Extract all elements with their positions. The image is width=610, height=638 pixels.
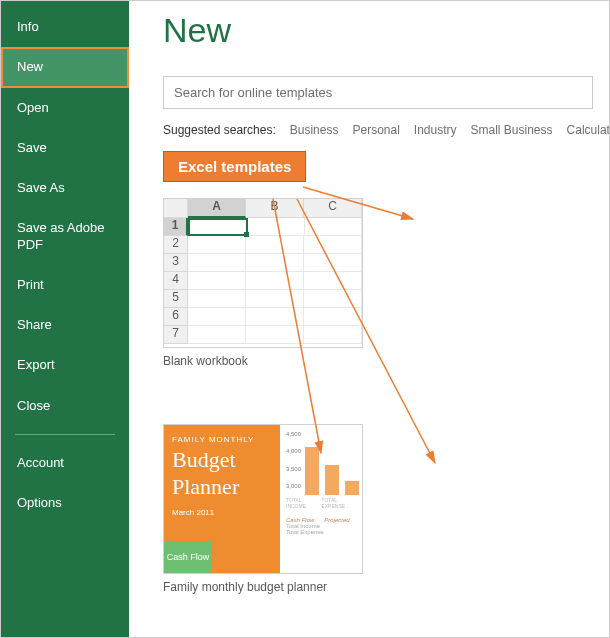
budget-tr-1: Total Expense [286, 529, 324, 535]
annotation-badge: Excel templates [163, 151, 306, 182]
template-blank-workbook[interactable]: A B C 1 2 3 4 5 6 7 Blank workbook [163, 198, 363, 368]
row-header-2: 2 [164, 236, 188, 254]
suggested-business[interactable]: Business [290, 123, 339, 137]
sidebar-item-share[interactable]: Share [1, 305, 129, 345]
sidebar-item-save-as[interactable]: Save As [1, 168, 129, 208]
suggested-searches-row: Suggested searches: Business Personal In… [163, 123, 609, 137]
budget-axis-2: 3,500 [286, 466, 301, 472]
template-thumb-budget[interactable]: FAMILY MONTHLY Budget Planner March 2011… [163, 424, 363, 574]
template-caption: Blank workbook [163, 354, 363, 368]
row-header-1: 1 [164, 218, 188, 236]
sidebar-item-options[interactable]: Options [1, 483, 129, 523]
col-header-c: C [304, 199, 362, 218]
backstage-sidebar: Info New Open Save Save As Save as Adobe… [1, 1, 129, 637]
budget-title2: Planner [172, 475, 272, 498]
page-title: New [163, 11, 609, 50]
col-header-b: B [246, 199, 304, 218]
row-header-5: 5 [164, 290, 188, 308]
row-header-3: 3 [164, 254, 188, 272]
budget-axis-0: 4,500 [286, 431, 301, 437]
row-header-4: 4 [164, 272, 188, 290]
templates-grid: A B C 1 2 3 4 5 6 7 Blank workbook F [163, 198, 609, 638]
search-templates-input[interactable]: Search for online templates [163, 76, 593, 109]
template-thumb-blank[interactable]: A B C 1 2 3 4 5 6 7 [163, 198, 363, 348]
main-panel: New Search for online templates Suggeste… [129, 1, 609, 637]
suggested-industry[interactable]: Industry [414, 123, 457, 137]
sidebar-item-info[interactable]: Info [1, 7, 129, 47]
budget-title1: Budget [172, 448, 272, 471]
suggested-calculator[interactable]: Calculator [567, 123, 609, 137]
sidebar-divider [15, 434, 115, 435]
sidebar-item-print[interactable]: Print [1, 265, 129, 305]
budget-lbl-expense: TOTAL EXPENSE [321, 497, 356, 509]
sidebar-item-export[interactable]: Export [1, 345, 129, 385]
budget-bar-2 [325, 465, 339, 495]
suggested-personal[interactable]: Personal [352, 123, 399, 137]
sidebar-item-account[interactable]: Account [1, 443, 129, 483]
sidebar-item-save-adobe-pdf[interactable]: Save as Adobe PDF [1, 208, 129, 265]
template-caption: Family monthly budget planner [163, 580, 363, 594]
col-header-a: A [188, 199, 246, 218]
suggested-label: Suggested searches: [163, 123, 276, 137]
row-header-7: 7 [164, 326, 188, 344]
budget-bar-1 [305, 447, 319, 495]
budget-axis-1: 4,000 [286, 448, 301, 454]
sidebar-item-new[interactable]: New [1, 47, 129, 87]
sidebar-item-save[interactable]: Save [1, 128, 129, 168]
budget-axis-3: 3,000 [286, 483, 301, 489]
template-budget-planner[interactable]: FAMILY MONTHLY Budget Planner March 2011… [163, 424, 363, 594]
budget-date: March 2011 [172, 508, 272, 517]
budget-overline: FAMILY MONTHLY [172, 435, 272, 444]
budget-cash-tile: Cash Flow [164, 541, 212, 573]
sidebar-item-open[interactable]: Open [1, 88, 129, 128]
budget-th-1: Projected [324, 517, 349, 523]
budget-bar-3 [345, 481, 359, 495]
suggested-small-business[interactable]: Small Business [471, 123, 553, 137]
sidebar-item-close[interactable]: Close [1, 386, 129, 426]
budget-lbl-income: TOTAL INCOME [286, 497, 317, 509]
row-header-6: 6 [164, 308, 188, 326]
